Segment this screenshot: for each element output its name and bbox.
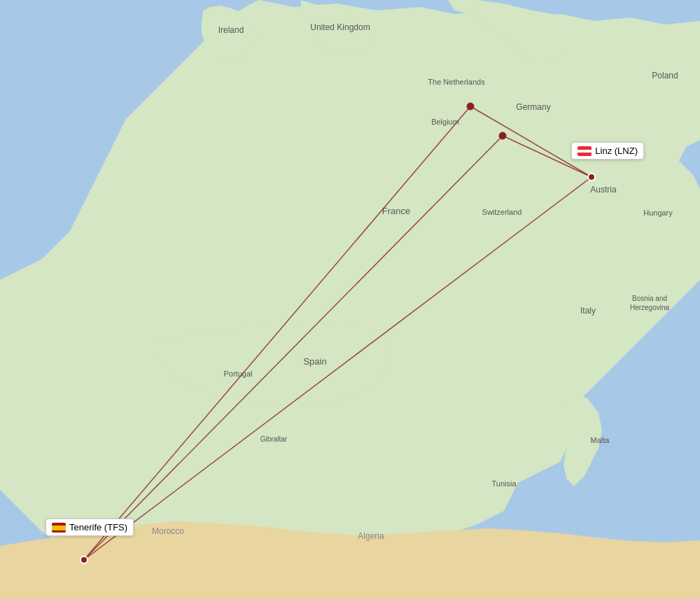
svg-text:Portugal: Portugal [224, 369, 253, 378]
svg-text:Tunisia: Tunisia [491, 479, 517, 488]
svg-text:The Netherlands: The Netherlands [428, 78, 485, 86]
svg-text:Morocco: Morocco [152, 526, 184, 536]
svg-text:France: France [382, 206, 410, 216]
svg-text:United Kingdom: United Kingdom [310, 22, 370, 32]
svg-text:Algeria: Algeria [358, 531, 384, 541]
svg-text:Hungary: Hungary [643, 209, 673, 217]
map-container: United Kingdom Ireland The Netherlands B… [0, 0, 700, 599]
svg-text:Spain: Spain [303, 356, 326, 367]
svg-text:Italy: Italy [580, 306, 596, 316]
svg-point-29 [80, 556, 88, 563]
svg-text:Bosnia and: Bosnia and [632, 295, 667, 302]
svg-text:Germany: Germany [516, 102, 550, 112]
svg-text:Malta: Malta [591, 436, 610, 444]
linz-airport-label: Linz (LNZ) [571, 142, 644, 160]
svg-point-28 [588, 174, 595, 181]
linz-airport-text: Linz (LNZ) [595, 146, 638, 156]
tenerife-airport-label: Tenerife (TFS) [46, 519, 134, 536]
tenerife-airport-text: Tenerife (TFS) [69, 522, 127, 533]
svg-text:Poland: Poland [652, 71, 678, 80]
svg-text:Herzegovina: Herzegovina [630, 304, 670, 311]
svg-point-27 [499, 132, 506, 139]
svg-text:Gibraltar: Gibraltar [260, 435, 288, 443]
spain-flag [52, 523, 66, 533]
svg-point-26 [467, 103, 474, 110]
map-svg: United Kingdom Ireland The Netherlands B… [0, 0, 700, 599]
svg-text:Switzerland: Switzerland [482, 208, 522, 216]
austria-flag [578, 146, 592, 156]
svg-text:Ireland: Ireland [218, 25, 244, 35]
svg-text:Austria: Austria [590, 185, 617, 195]
